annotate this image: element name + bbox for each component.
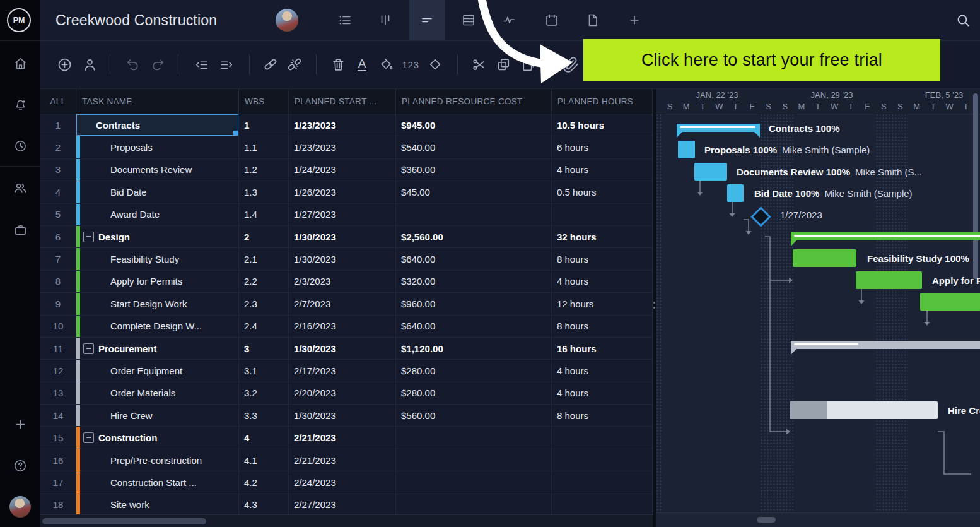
table-row[interactable]: 11Procurement31/30/2023$1,120.0016 hours xyxy=(40,338,653,360)
table-row[interactable]: 13Order Materials3.22/20/2023$280.004 ho… xyxy=(40,382,653,405)
task-name-cell[interactable]: Order Equipment xyxy=(76,360,239,381)
tab-calendar-view[interactable] xyxy=(534,0,569,40)
collapse-icon[interactable] xyxy=(83,343,94,354)
table-row[interactable]: 7Feasibility Study2.11/30/2023$640.008 h… xyxy=(40,248,653,270)
task-name-cell[interactable]: Site work xyxy=(76,494,239,514)
tab-add-view[interactable] xyxy=(617,0,652,40)
gantt-task-bar[interactable] xyxy=(793,249,856,267)
table-row[interactable]: 6Design21/30/2023$2,560.0032 hours xyxy=(40,226,653,248)
add-button[interactable] xyxy=(8,412,33,437)
collapse-icon[interactable] xyxy=(83,432,94,443)
task-name-cell[interactable]: Procurement xyxy=(76,338,239,359)
bell-icon xyxy=(13,98,28,112)
delete-button[interactable] xyxy=(326,52,350,76)
home-button[interactable] xyxy=(8,50,33,76)
gantt-summary-bar[interactable] xyxy=(677,124,760,132)
table-row[interactable]: 8Apply for Permits2.22/3/2023$320.004 ho… xyxy=(40,271,653,293)
tab-board-view[interactable] xyxy=(368,0,403,40)
gantt-task-bar[interactable] xyxy=(920,293,980,311)
gantt-task-bar[interactable] xyxy=(856,271,922,289)
indent-button[interactable] xyxy=(214,52,238,76)
task-name-cell[interactable]: Construction xyxy=(76,427,239,448)
task-name-cell[interactable]: Proposals xyxy=(76,136,239,158)
table-row[interactable]: 4Bid Date1.31/26/2023$45.000.5 hours xyxy=(40,181,653,203)
timesheets-button[interactable] xyxy=(8,133,33,158)
projects-button[interactable] xyxy=(8,217,33,242)
panel-resize-handle[interactable] xyxy=(653,88,656,527)
gantt-task-bar[interactable] xyxy=(790,401,938,419)
grid-horizontal-scrollbar[interactable] xyxy=(40,514,653,527)
column-header-planned-hours[interactable]: PLANNED HOURS xyxy=(552,88,653,114)
column-header-task-name[interactable]: TASK NAME xyxy=(76,88,239,114)
font-color-button[interactable]: A xyxy=(350,52,374,76)
tab-files-view[interactable] xyxy=(575,0,610,40)
task-name-cell[interactable]: Feasibility Study xyxy=(76,248,239,269)
column-header-planned-start-[interactable]: PLANNED START ... xyxy=(289,88,396,114)
row-number: 6 xyxy=(40,226,76,247)
team-button[interactable] xyxy=(8,175,33,201)
tab-sheet-view[interactable] xyxy=(451,0,486,40)
unlink-tasks-button[interactable] xyxy=(283,52,306,76)
add-task-button[interactable] xyxy=(52,52,76,76)
tab-activity-view[interactable] xyxy=(491,0,527,40)
task-name-cell[interactable]: Complete Design W... xyxy=(76,316,239,337)
table-row[interactable]: 14Hire Crew3.31/30/2023$560.008 hours xyxy=(40,405,653,427)
collapse-icon[interactable] xyxy=(83,232,94,242)
fill-color-button[interactable] xyxy=(374,52,398,76)
task-name-cell[interactable]: Start Design Work xyxy=(76,293,239,314)
gantt-bar-label: Proposals 100%Mike Smith (Sample) xyxy=(704,145,870,155)
free-trial-banner[interactable]: Click here to start your free trial xyxy=(583,39,940,81)
scrollbar-thumb[interactable] xyxy=(42,518,206,524)
table-row[interactable]: 17Construction Start ...4.22/24/2023 xyxy=(40,471,653,494)
column-header-wbs[interactable]: WBS xyxy=(239,88,289,114)
copy-button[interactable] xyxy=(491,52,515,76)
help-button[interactable] xyxy=(8,453,33,478)
table-row[interactable]: 18Site work4.32/27/2023 xyxy=(40,494,653,514)
task-name-cell[interactable]: Contracts xyxy=(76,114,239,136)
table-row[interactable]: 2Proposals1.11/23/2023$540.006 hours xyxy=(40,136,653,158)
table-row[interactable]: 15Construction42/21/2023 xyxy=(40,427,653,449)
gantt-horizontal-scrollbar[interactable] xyxy=(757,517,776,523)
table-row[interactable]: 5Award Date1.41/27/2023 xyxy=(40,204,653,226)
table-row[interactable]: 3Documents Review1.21/24/2023$360.004 ho… xyxy=(40,159,653,181)
column-header-all[interactable]: ALL xyxy=(40,88,76,114)
tab-gantt-view[interactable] xyxy=(409,0,445,40)
column-header-planned-resource-cost[interactable]: PLANNED RESOURCE COST xyxy=(396,88,552,114)
milestone-button[interactable] xyxy=(423,52,447,76)
undo-button[interactable] xyxy=(120,52,144,76)
task-name-cell[interactable]: Documents Review xyxy=(76,159,239,181)
user-avatar[interactable] xyxy=(8,494,33,519)
table-row[interactable]: 9Start Design Work2.32/7/2023$960.0012 h… xyxy=(40,293,653,315)
redo-button[interactable] xyxy=(146,52,170,76)
paste-button[interactable] xyxy=(516,52,540,76)
task-name-cell[interactable]: Bid Date xyxy=(76,181,239,203)
gantt-summary-bar[interactable] xyxy=(791,341,980,349)
project-owner-avatar[interactable] xyxy=(276,9,298,32)
notifications-button[interactable] xyxy=(8,92,33,117)
search-button[interactable] xyxy=(945,0,980,40)
cut-button[interactable] xyxy=(467,52,491,76)
pm-logo[interactable]: PM xyxy=(7,8,31,32)
number-format-button[interactable]: 123 xyxy=(399,52,423,76)
task-name-cell[interactable]: Prep/Pre-construction xyxy=(76,449,239,471)
tab-list-view[interactable] xyxy=(327,0,363,40)
task-name-cell[interactable]: Order Materials xyxy=(76,382,239,404)
task-name-cell[interactable]: Construction Start ... xyxy=(76,471,239,493)
gantt-task-bar[interactable] xyxy=(678,141,695,158)
link-tasks-button[interactable] xyxy=(259,52,283,76)
table-row[interactable]: 12Order Equipment3.12/17/2023$280.004 ho… xyxy=(40,360,653,382)
outdent-button[interactable] xyxy=(189,52,213,76)
attachment-button[interactable] xyxy=(559,52,583,76)
task-name-cell[interactable]: Award Date xyxy=(76,204,239,225)
gantt-task-bar[interactable] xyxy=(694,163,727,181)
task-color-strip xyxy=(76,338,80,359)
task-name-cell[interactable]: Apply for Permits xyxy=(76,271,239,292)
table-row[interactable]: 1Contracts11/23/2023$945.0010.5 hours xyxy=(40,114,653,136)
table-row[interactable]: 16Prep/Pre-construction4.12/21/2023 xyxy=(40,449,653,471)
gantt-task-bar[interactable] xyxy=(727,184,744,202)
task-name-cell[interactable]: Hire Crew xyxy=(76,405,239,426)
table-row[interactable]: 10Complete Design W...2.42/16/2023$640.0… xyxy=(40,316,653,338)
task-name-cell[interactable]: Design xyxy=(76,226,239,247)
gantt-summary-bar[interactable] xyxy=(791,232,980,240)
assign-user-button[interactable] xyxy=(78,52,102,76)
